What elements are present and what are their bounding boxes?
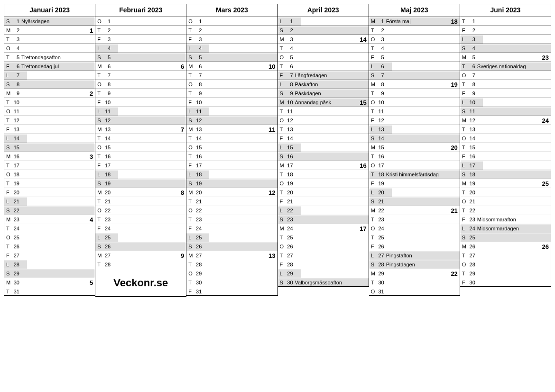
weekday-letter: L [280,17,286,26]
day-number: 6 [286,62,293,71]
weekday-letter: L [280,269,286,278]
weekday-letter: T [462,251,468,260]
weekday-letter: S [371,134,377,143]
day-number: 31 [377,287,384,296]
day-number: 14 [12,134,19,143]
day-row: M305 [4,278,95,287]
day-number: 2 [286,26,293,35]
weekday-letter: L [97,44,103,53]
day-row: M208 [95,188,186,197]
weekday-letter: M [371,269,377,278]
day-row: M21 [4,26,95,35]
day-number: 21 [377,197,384,206]
day-row: T5Trettondagsafton [4,53,95,62]
day-row: L28 [4,260,95,269]
day-number: 8 [468,80,475,89]
day-row: F24 [186,224,278,233]
day-number: 27 [12,251,19,260]
weekday-letter: T [97,26,103,35]
month-header: Februari 2023 [95,4,186,17]
weekday-letter: O [371,287,377,296]
day-row: T15 [460,143,551,152]
weekday-letter: O [6,170,12,179]
day-row: T23 [186,215,278,224]
weekday-letter: M [280,98,286,107]
weekday-letter: T [462,206,468,215]
day-number: 1 [194,17,202,26]
day-number: 18 [194,170,202,179]
day-row: M234 [4,215,95,224]
day-row: S28Pingstdagen [369,260,460,269]
weekday-letter: L [6,134,12,143]
weekday-letter: T [280,233,286,242]
calendar-grid: Januari 2023S1NyårsdagenM21T3O4T5Tretton… [4,4,551,297]
day-number: 18 [377,170,384,179]
day-number: 13 [286,125,293,134]
weekday-letter: M [6,152,12,161]
day-number: 3 [286,35,293,44]
day-number: 23 [377,215,384,224]
day-number: 3 [103,35,111,44]
weekday-letter: S [97,53,103,62]
day-row: S1Nyårsdagen [4,17,95,26]
weekday-letter: O [462,197,468,206]
weekday-letter: M [280,224,286,233]
weekday-letter: S [97,116,103,125]
day-row: F3 [186,35,278,44]
day-row: F23Midsommarafton [460,215,551,224]
weekday-letter: L [188,170,194,179]
weekday-letter: O [371,35,377,44]
day-number: 3 [12,35,19,44]
weekday-letter: S [6,17,12,26]
day-row: M2922 [369,269,460,278]
weekday-letter: T [280,44,286,53]
day-number: 15 [286,143,293,152]
day-number: 26 [468,242,475,251]
weekday-letter: L [371,125,377,134]
day-number: 21 [12,197,19,206]
day-row: L25 [95,233,186,242]
weekday-letter: S [6,206,12,215]
day-row: M819 [369,80,460,89]
weekday-letter: F [462,152,468,161]
day-number: 3 [377,35,384,44]
day-number: 23 [103,215,111,224]
day-number: 22 [12,206,19,215]
weekday-letter: O [462,260,468,269]
day-row: O8 [95,80,186,89]
day-row: L22 [278,206,369,215]
weekday-letter: T [97,152,103,161]
weekday-letter: L [188,233,194,242]
day-row: F3 [95,35,186,44]
month-column: Mars 2023O1T2F3L4S5M610T7O8T9F10L11S12M1… [186,4,278,297]
day-number: 4 [377,44,384,53]
day-row: F28 [278,260,369,269]
day-row: O14 [460,134,551,143]
day-row: L18 [95,170,186,179]
day-number: 10 [103,98,111,107]
weekday-letter: F [6,251,12,260]
week-number: 17 [360,224,366,233]
day-number: 20 [286,188,293,197]
day-number: 17 [194,161,202,170]
day-number: 26 [377,242,384,251]
day-number: 26 [12,242,19,251]
day-row: T12 [4,116,95,125]
weekday-letter: L [97,107,103,116]
day-row: O12 [278,116,369,125]
day-row: T14 [186,134,278,143]
day-row: T30 [186,278,278,287]
day-row: L18 [186,170,278,179]
holiday-label: Valborgsmässoafton [295,280,342,285]
day-row: T11 [369,107,460,116]
day-row: T16 [369,152,460,161]
weekday-letter: T [462,62,468,71]
day-number: 29 [286,269,293,278]
weekday-letter: F [280,197,286,206]
weekday-letter: S [280,278,286,287]
weekday-letter: M [462,53,468,62]
day-row: M2221 [369,206,460,215]
month-column: Maj 2023M1Första maj18T2O3T4F5L6S7M819T9… [369,4,460,297]
day-row: S12 [186,116,278,125]
day-row: T23 [95,215,186,224]
